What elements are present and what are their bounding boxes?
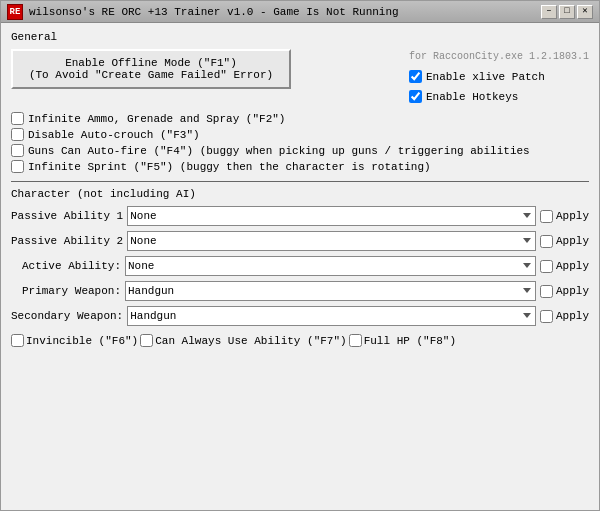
- apply-1-checkbox[interactable]: [540, 210, 553, 223]
- invincible-checkbox[interactable]: [11, 334, 24, 347]
- passive-ability-2-label: Passive Ability 2: [11, 235, 123, 247]
- main-window: RE wilsonso's RE ORC +13 Trainer v1.0 - …: [0, 0, 600, 511]
- passive-ability-1-label: Passive Ability 1: [11, 210, 123, 222]
- apply-5-area: Apply: [540, 310, 589, 323]
- hotkeys-row: Enable Hotkeys: [409, 90, 589, 103]
- passive-ability-2-select[interactable]: None: [127, 231, 536, 251]
- xlive-checkbox[interactable]: [409, 70, 422, 83]
- disable-autocrouch-checkbox[interactable]: [11, 128, 24, 141]
- maximize-button[interactable]: □: [559, 5, 575, 19]
- content-area: General Enable Offline Mode ("F1") (To A…: [1, 23, 599, 510]
- disable-autocrouch-row: Disable Auto-crouch ("F3"): [11, 128, 589, 141]
- infinite-ammo-row: Infinite Ammo, Grenade and Spray ("F2"): [11, 112, 589, 125]
- apply-4-label: Apply: [556, 285, 589, 297]
- apply-4-area: Apply: [540, 285, 589, 298]
- can-always-use-label: Can Always Use Ability ("F7"): [155, 335, 346, 347]
- enable-offline-button[interactable]: Enable Offline Mode ("F1") (To Avoid "Cr…: [11, 49, 291, 89]
- full-hp-label: Full HP ("F8"): [364, 335, 456, 347]
- infinite-ammo-checkbox[interactable]: [11, 112, 24, 125]
- raccoon-text: for RaccoonCity.exe 1.2.1803.1: [409, 51, 589, 62]
- apply-1-label: Apply: [556, 210, 589, 222]
- active-ability-label: Active Ability:: [11, 260, 121, 272]
- apply-3-area: Apply: [540, 260, 589, 273]
- primary-weapon-label: Primary Weapon:: [11, 285, 121, 297]
- hotkeys-checkbox[interactable]: [409, 90, 422, 103]
- full-hp-checkbox[interactable]: [349, 334, 362, 347]
- disable-autocrouch-label: Disable Auto-crouch ("F3"): [28, 129, 200, 141]
- infinite-sprint-label: Infinite Sprint ("F5") (buggy then the c…: [28, 161, 431, 173]
- close-button[interactable]: ✕: [577, 5, 593, 19]
- infinite-ammo-label: Infinite Ammo, Grenade and Spray ("F2"): [28, 113, 285, 125]
- app-icon: RE: [7, 4, 23, 20]
- guns-autofire-checkbox[interactable]: [11, 144, 24, 157]
- apply-5-label: Apply: [556, 310, 589, 322]
- section-divider: [11, 181, 589, 182]
- xlive-row: Enable xlive Patch: [409, 70, 589, 83]
- apply-2-checkbox[interactable]: [540, 235, 553, 248]
- right-checkboxes: for RaccoonCity.exe 1.2.1803.1 Enable xl…: [409, 49, 589, 106]
- title-bar-left: RE wilsonso's RE ORC +13 Trainer v1.0 - …: [7, 4, 399, 20]
- apply-3-label: Apply: [556, 260, 589, 272]
- secondary-weapon-label: Secondary Weapon:: [11, 310, 123, 322]
- active-ability-row: Active Ability: None Apply: [11, 256, 589, 276]
- secondary-weapon-row: Secondary Weapon: Handgun Apply: [11, 306, 589, 326]
- general-section: General Enable Offline Mode ("F1") (To A…: [11, 31, 589, 173]
- title-buttons: – □ ✕: [541, 5, 593, 19]
- apply-5-checkbox[interactable]: [540, 310, 553, 323]
- top-row: Enable Offline Mode ("F1") (To Avoid "Cr…: [11, 49, 589, 106]
- character-section: Character (not including AI) Passive Abi…: [11, 188, 589, 347]
- invincible-label: Invincible ("F6"): [26, 335, 138, 347]
- guns-autofire-row: Guns Can Auto-fire ("F4") (buggy when pi…: [11, 144, 589, 157]
- primary-weapon-row: Primary Weapon: Handgun Apply: [11, 281, 589, 301]
- infinite-sprint-row: Infinite Sprint ("F5") (buggy then the c…: [11, 160, 589, 173]
- passive-ability-2-row: Passive Ability 2 None Apply: [11, 231, 589, 251]
- can-always-use-checkbox[interactable]: [140, 334, 153, 347]
- character-label: Character (not including AI): [11, 188, 589, 200]
- hotkeys-label: Enable Hotkeys: [426, 91, 518, 103]
- secondary-weapon-select[interactable]: Handgun: [127, 306, 536, 326]
- minimize-button[interactable]: –: [541, 5, 557, 19]
- guns-autofire-label: Guns Can Auto-fire ("F4") (buggy when pi…: [28, 145, 530, 157]
- active-ability-select[interactable]: None: [125, 256, 536, 276]
- apply-4-checkbox[interactable]: [540, 285, 553, 298]
- passive-ability-1-row: Passive Ability 1 None Apply: [11, 206, 589, 226]
- general-label: General: [11, 31, 589, 43]
- passive-ability-1-select[interactable]: None: [127, 206, 536, 226]
- apply-1-area: Apply: [540, 210, 589, 223]
- apply-2-label: Apply: [556, 235, 589, 247]
- apply-3-checkbox[interactable]: [540, 260, 553, 273]
- infinite-sprint-checkbox[interactable]: [11, 160, 24, 173]
- apply-2-area: Apply: [540, 235, 589, 248]
- xlive-label: Enable xlive Patch: [426, 71, 545, 83]
- primary-weapon-select[interactable]: Handgun: [125, 281, 536, 301]
- title-bar: RE wilsonso's RE ORC +13 Trainer v1.0 - …: [1, 1, 599, 23]
- bottom-checkboxes: Invincible ("F6") Can Always Use Ability…: [11, 334, 589, 347]
- window-title: wilsonso's RE ORC +13 Trainer v1.0 - Gam…: [29, 6, 399, 18]
